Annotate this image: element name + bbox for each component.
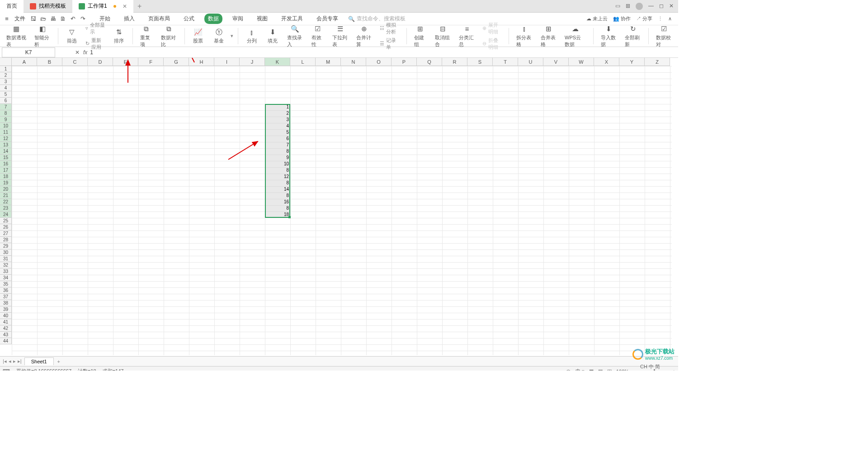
layout-icon[interactable]: ▭ [615, 3, 620, 10]
collapse-icon: ⊖ [482, 41, 486, 47]
svg-line-2 [228, 141, 258, 160]
more-icon[interactable]: ⋮ [658, 16, 663, 22]
expand-button[interactable]: ⊕展开明细 [481, 21, 504, 36]
sheet-prev-icon[interactable]: ◂ [9, 358, 11, 364]
lookup-icon: 🔍 [291, 24, 300, 33]
user-icon[interactable] [636, 3, 643, 10]
close-icon[interactable]: ✕ [123, 3, 127, 9]
fund-button[interactable]: Ⓨ基金 [210, 27, 228, 45]
sheet-next-icon[interactable]: ▸ [13, 358, 16, 364]
subtotal-button[interactable]: ≡分类汇总 [456, 24, 478, 49]
watermark: 极光下载站 www.xz7.com [632, 348, 675, 361]
cloud-status[interactable]: ☁ 未上云 [586, 15, 608, 22]
save-icon[interactable]: 🖫 [29, 15, 37, 23]
hamburger-icon[interactable]: ≡ [3, 15, 11, 23]
coop-button[interactable]: 👥 协作 [613, 15, 631, 22]
splittbl-button[interactable]: ⫿拆分表格 [514, 24, 535, 49]
mergetbl-button[interactable]: ⊞合并表格 [538, 24, 560, 49]
status-avg: 平均值=8.166666666667 [16, 368, 71, 371]
maximize-button[interactable]: ◻ [659, 3, 664, 10]
annotation-arrow-1 [122, 58, 136, 85]
status-sum: 求和=147 [103, 368, 124, 371]
preview-icon[interactable]: 🗎 [59, 15, 67, 23]
dup-button[interactable]: ⧉重复项 [137, 24, 156, 49]
dcheck-button[interactable]: ☑数据校对 [653, 24, 675, 49]
fill-button[interactable]: ⬇填充 [264, 27, 282, 45]
fx-icon[interactable]: fx [83, 49, 87, 56]
form-icon: ☰ [380, 41, 384, 47]
sort-button[interactable]: ⇅排序 [110, 27, 128, 45]
undo-icon[interactable]: ↶ [69, 15, 77, 23]
funnel-icon: ▿ [85, 25, 88, 31]
compare-button[interactable]: ⧉数据对比 [158, 24, 180, 49]
menu-dev[interactable]: 开发工具 [278, 14, 307, 24]
menu-view[interactable]: 视图 [253, 14, 271, 24]
menu-layout[interactable]: 页面布局 [145, 14, 174, 24]
share-button[interactable]: ↗ 分享 [636, 15, 652, 22]
expand-icon: ⊕ [482, 25, 486, 31]
tab-templates[interactable]: 找稻壳模板 [24, 0, 72, 13]
search-icon: 🔍 [348, 16, 355, 22]
tab-home[interactable]: 首页 [0, 0, 24, 13]
file-menu[interactable]: 文件 [13, 15, 27, 23]
sheet-last-icon[interactable]: ▸| [18, 358, 22, 364]
ungroup-button[interactable]: ⊟取消组合 [432, 24, 454, 49]
import-button[interactable]: ⬇导入数据 [598, 24, 620, 49]
view-break-icon[interactable]: ◫ [607, 368, 612, 371]
zoom-level[interactable]: 100% [616, 369, 629, 371]
menu-review[interactable]: 审阅 [229, 14, 247, 24]
grid[interactable]: ABCDEFGHIJKLMNOPQRSTUVWXYZ 1234567891011… [0, 58, 678, 356]
tab-add[interactable]: + [133, 2, 146, 10]
print-icon[interactable]: 🖶 [49, 15, 57, 23]
column-headers[interactable]: ABCDEFGHIJKLMNOPQRSTUVWXYZ [12, 58, 670, 66]
cancel-fx-icon[interactable]: ✕ [75, 49, 80, 56]
name-box[interactable]: K7 [2, 47, 55, 57]
cn-icon[interactable]: 中 ▾ [576, 368, 585, 371]
view-normal-icon[interactable]: ▦ [589, 368, 594, 371]
view-page-icon[interactable]: ▤ [598, 368, 603, 371]
menu-formula[interactable]: 公式 [180, 14, 198, 24]
sheet-bar: |◂ ◂ ▸ ▸| Sheet1 + [0, 356, 678, 366]
tab-workbook[interactable]: 工作簿1✕ [72, 0, 133, 13]
menu-data[interactable]: 数据 [204, 14, 222, 24]
dup-icon: ⧉ [142, 24, 151, 33]
sheet-first-icon[interactable]: |◂ [3, 358, 7, 364]
close-button[interactable]: ✕ [669, 3, 674, 10]
consol-button[interactable]: ⊕合并计算 [354, 24, 375, 49]
apps-icon[interactable]: ⊞ [626, 3, 630, 10]
menu-vip[interactable]: 会员专享 [313, 14, 342, 24]
stock-button[interactable]: 📈股票 [189, 27, 207, 45]
row-headers[interactable]: 1234567891011121314151617181920212223242… [0, 66, 12, 344]
collapse-ribbon-icon[interactable]: ∧ [668, 16, 672, 22]
refresh-button[interactable]: ↻全部刷新 [622, 24, 644, 49]
wpscloud-button[interactable]: ☁WPS云数据 [562, 24, 589, 49]
select-all-corner[interactable] [0, 58, 12, 66]
fill-icon: ⬇ [268, 28, 277, 37]
sim-button[interactable]: ☷模拟分析 [378, 21, 402, 36]
split-button[interactable]: ⫿分列 [243, 27, 261, 45]
compare-icon: ⧉ [165, 24, 174, 33]
valid-button[interactable]: ☑有效性 [309, 24, 327, 49]
zoom-out-icon[interactable]: − [633, 369, 636, 371]
lookup-button[interactable]: 🔍查找录入 [284, 24, 306, 49]
zoom-in-icon[interactable]: + [673, 369, 675, 371]
dropdown-button[interactable]: ☰下拉列表 [330, 24, 351, 49]
fund-icon: Ⓨ [214, 28, 223, 37]
smart-icon: ◧ [38, 24, 47, 33]
fund-dropdown-icon[interactable]: ▾ [231, 33, 233, 39]
minimize-button[interactable]: — [648, 3, 654, 10]
ribbon: ▦数据透视表 ◧智能分析 ▽筛选 ▿全部显示 ↻重新应用 ⇅排序 ⧉重复项 ⧉数… [0, 25, 678, 47]
eye-icon[interactable]: 👁 [566, 369, 571, 371]
group-button[interactable]: ⊞创建组 [411, 24, 429, 49]
splittbl-icon: ⫿ [520, 24, 529, 33]
mode-icon[interactable]: ⌨ [3, 368, 10, 371]
add-sheet-button[interactable]: + [54, 359, 64, 364]
open-icon[interactable]: 🗁 [39, 15, 47, 23]
smart-button[interactable]: ◧智能分析 [32, 24, 53, 49]
pivot-button[interactable]: ▦数据透视表 [4, 24, 29, 49]
sheet-tab[interactable]: Sheet1 [24, 357, 54, 365]
menu-insert[interactable]: 插入 [120, 14, 138, 24]
filter-button[interactable]: ▽筛选 [63, 27, 81, 45]
formula-input[interactable]: 1 [87, 49, 678, 56]
showall-button[interactable]: ▿全部显示 [84, 21, 107, 36]
